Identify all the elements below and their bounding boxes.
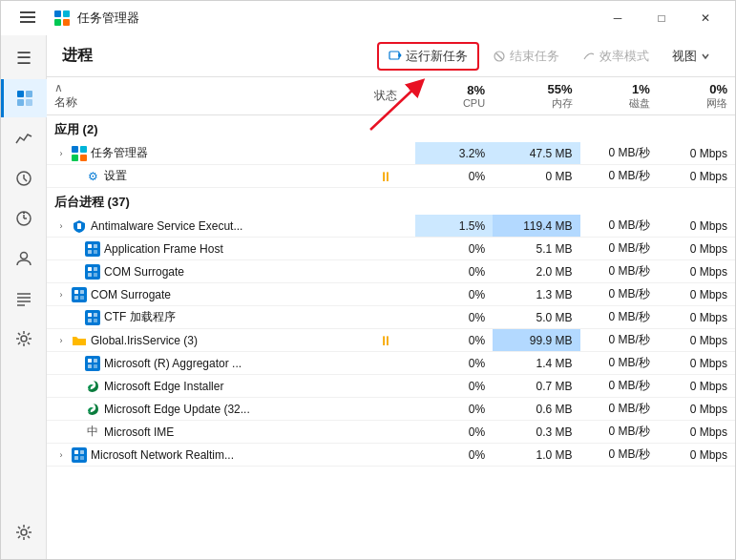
expand-button[interactable]: › bbox=[54, 288, 68, 301]
net-value: 0 Mbps bbox=[658, 215, 735, 238]
expand-button[interactable]: › bbox=[54, 448, 68, 462]
run-task-icon bbox=[389, 50, 402, 63]
svg-point-16 bbox=[20, 253, 27, 259]
process-name-cell: COM Surrogate bbox=[47, 260, 357, 283]
cpu-value: 0% bbox=[415, 375, 493, 398]
maximize-button[interactable]: □ bbox=[640, 1, 683, 35]
net-value: 0 Mbps bbox=[658, 260, 735, 283]
table-row[interactable]: Microsoft Edge Update (32... 0% 0.6 MB 0… bbox=[47, 398, 735, 421]
net-value: 0 Mbps bbox=[658, 329, 735, 352]
process-table-container[interactable]: ∧ 名称 状态 8% CPU bbox=[47, 77, 735, 559]
net-value: 0 Mbps bbox=[658, 142, 735, 165]
process-name-cell: CTF 加载程序 bbox=[47, 306, 357, 329]
menu-button[interactable] bbox=[9, 0, 47, 36]
table-row[interactable]: CTF 加载程序 0% 5.0 MB 0 MB/秒 0 Mbps bbox=[47, 306, 735, 329]
window-controls: ─ □ ✕ bbox=[596, 1, 727, 35]
svg-rect-31 bbox=[72, 146, 78, 153]
mem-value: 1.3 MB bbox=[493, 283, 579, 306]
col-mem[interactable]: 55% 内存 bbox=[493, 77, 579, 115]
process-icon bbox=[85, 264, 100, 280]
svg-rect-34 bbox=[80, 155, 87, 161]
run-new-task-button[interactable]: 运行新任务 bbox=[377, 42, 479, 71]
table-row[interactable]: › Global.IrisService (3) ⏸ 0% 99.9 MB 0 … bbox=[47, 329, 735, 352]
view-label: 视图 bbox=[672, 48, 697, 65]
table-row[interactable]: ⚙ 设置 ⏸ 0% 0 MB 0 MB/秒 0 Mbps bbox=[47, 165, 735, 188]
window-title: 任务管理器 bbox=[77, 10, 596, 27]
sidebar-item-hamburger[interactable]: ☰ bbox=[5, 39, 43, 77]
process-icon bbox=[85, 356, 100, 371]
disk-value: 0 MB/秒 bbox=[580, 306, 658, 329]
sidebar-item-performance[interactable] bbox=[5, 119, 43, 157]
col-cpu[interactable]: 8% CPU bbox=[415, 77, 493, 115]
cpu-value: 0% bbox=[415, 260, 493, 283]
view-button[interactable]: 视图 bbox=[662, 42, 720, 71]
svg-rect-58 bbox=[80, 450, 84, 454]
end-task-button[interactable]: 结束任务 bbox=[483, 42, 569, 71]
svg-rect-10 bbox=[26, 99, 32, 106]
efficiency-icon bbox=[582, 50, 596, 63]
svg-rect-32 bbox=[80, 146, 87, 153]
minimize-button[interactable]: ─ bbox=[596, 1, 640, 35]
table-row[interactable]: COM Surrogate 0% 2.0 MB 0 MB/秒 0 Mbps bbox=[47, 260, 735, 283]
net-value: 0 Mbps bbox=[658, 444, 735, 467]
cpu-value: 0% bbox=[415, 329, 493, 352]
edge-icon bbox=[85, 402, 100, 417]
end-task-icon bbox=[493, 50, 506, 63]
cpu-value: 0% bbox=[415, 238, 493, 260]
process-name: COM Surrogate bbox=[104, 265, 184, 279]
svg-rect-49 bbox=[88, 313, 92, 317]
expand-button[interactable]: › bbox=[54, 219, 68, 233]
sidebar-item-details[interactable] bbox=[5, 280, 43, 318]
process-name: Antimalware Service Execut... bbox=[91, 219, 242, 233]
sidebar-item-users[interactable] bbox=[5, 239, 43, 278]
sidebar-item-services[interactable] bbox=[5, 320, 43, 358]
process-status bbox=[357, 421, 415, 444]
net-value: 0 Mbps bbox=[658, 165, 735, 188]
table-row[interactable]: Microsoft Edge Installer 0% 0.7 MB 0 MB/… bbox=[47, 375, 735, 398]
cpu-value: 3.2% bbox=[415, 142, 493, 165]
col-disk[interactable]: 1% 磁盘 bbox=[580, 77, 658, 115]
table-row[interactable]: › Antimalware Service Execut... 1.5% 119… bbox=[47, 215, 735, 238]
table-row[interactable]: › 任务管理器 3.2% 47.5 MB 0 MB/秒 0 Mbps bbox=[47, 142, 735, 165]
table-row[interactable]: › Microsoft Network Realtim... 0% 1.0 MB… bbox=[47, 444, 735, 467]
process-name-cell: Microsoft (R) Aggregator ... bbox=[47, 352, 357, 375]
sidebar-item-startup[interactable] bbox=[5, 199, 43, 238]
process-status bbox=[357, 142, 415, 165]
svg-point-21 bbox=[21, 336, 27, 342]
cpu-value: 0% bbox=[415, 421, 493, 444]
sidebar-item-settings[interactable] bbox=[5, 513, 43, 551]
process-icon bbox=[72, 287, 87, 302]
folder-icon bbox=[72, 333, 87, 348]
efficiency-mode-button[interactable]: 效率模式 bbox=[573, 42, 659, 71]
cpu-value: 0% bbox=[415, 165, 493, 188]
svg-rect-39 bbox=[88, 250, 92, 254]
sidebar-item-history[interactable] bbox=[5, 159, 43, 197]
process-status bbox=[357, 238, 415, 260]
end-task-label: 结束任务 bbox=[510, 48, 559, 65]
table-row[interactable]: › COM Surrogate 0% 1.3 MB 0 MB/秒 0 Mbps bbox=[47, 283, 735, 306]
net-value: 0 Mbps bbox=[658, 306, 735, 329]
table-row[interactable]: Application Frame Host 0% 5.1 MB 0 MB/秒 … bbox=[47, 238, 735, 260]
process-icon bbox=[85, 241, 100, 257]
table-row[interactable]: Microsoft (R) Aggregator ... 0% 1.4 MB 0… bbox=[47, 352, 735, 375]
expand-button[interactable]: › bbox=[54, 147, 68, 160]
table-row[interactable]: 中 Microsoft IME 0% 0.3 MB 0 MB/秒 0 Mbps bbox=[47, 421, 735, 444]
svg-rect-43 bbox=[88, 273, 92, 277]
sidebar-item-processes[interactable] bbox=[1, 79, 47, 117]
expand-button[interactable]: › bbox=[54, 334, 68, 347]
process-icon bbox=[85, 310, 100, 325]
process-name: Global.IrisService (3) bbox=[91, 334, 198, 347]
col-name[interactable]: ∧ 名称 bbox=[47, 77, 357, 115]
col-net[interactable]: 0% 网络 bbox=[658, 77, 735, 115]
svg-line-28 bbox=[496, 53, 502, 59]
svg-rect-56 bbox=[94, 364, 97, 368]
svg-rect-33 bbox=[72, 155, 78, 161]
mem-value: 1.4 MB bbox=[493, 352, 579, 375]
close-button[interactable]: ✕ bbox=[683, 1, 727, 35]
app-icon bbox=[72, 146, 87, 161]
svg-rect-53 bbox=[88, 359, 92, 363]
mem-value: 5.1 MB bbox=[493, 238, 579, 260]
svg-rect-0 bbox=[20, 11, 35, 13]
svg-rect-46 bbox=[80, 290, 84, 294]
process-status bbox=[357, 444, 415, 467]
